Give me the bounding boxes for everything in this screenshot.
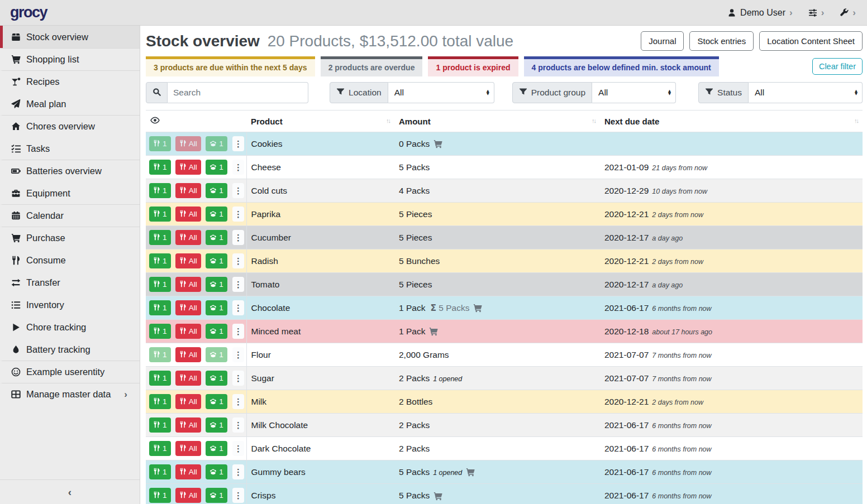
admin-menu[interactable]: ›: [840, 8, 856, 17]
row-menu-button[interactable]: ⋮: [232, 230, 244, 245]
row-menu-button[interactable]: ⋮: [232, 207, 244, 222]
next-due-date-column-header[interactable]: Next due date ↑↓: [600, 111, 863, 132]
row-menu-button[interactable]: ⋮: [232, 277, 244, 292]
table-row-cold-cuts[interactable]: 1 All 1 ⋮ Cold cuts 4 PacksΣ 2020-12-291…: [146, 179, 863, 203]
sidebar-item-chores-overview[interactable]: Chores overview: [0, 115, 140, 137]
search-input[interactable]: [168, 82, 308, 103]
consume-one-button[interactable]: 1: [149, 136, 171, 151]
consume-all-button[interactable]: All: [175, 324, 201, 339]
consume-all-button[interactable]: All: [175, 160, 201, 175]
location-content-sheet-button[interactable]: Location Content Sheet: [759, 31, 863, 51]
filter-select[interactable]: All ▲▼: [388, 82, 494, 103]
consume-all-button[interactable]: All: [175, 136, 201, 151]
consume-one-button[interactable]: 1: [149, 300, 171, 315]
open-one-button[interactable]: 1: [206, 230, 227, 245]
open-one-button[interactable]: 1: [206, 136, 227, 151]
shopping-cart-icon[interactable]: [434, 140, 442, 148]
sidebar-item-consume[interactable]: Consume: [0, 249, 140, 271]
eye-icon[interactable]: [150, 116, 160, 125]
consume-one-button[interactable]: 1: [149, 441, 171, 456]
consume-all-button[interactable]: All: [175, 183, 201, 198]
sidebar-item-purchase[interactable]: Purchase: [0, 227, 140, 249]
status-banner-below-min[interactable]: 4 products are below defined min. stock …: [524, 56, 719, 76]
status-banner-due-soon[interactable]: 3 products are due within the next 5 day…: [146, 56, 315, 76]
sidebar-item-calendar[interactable]: Calendar: [0, 204, 140, 227]
consume-one-button[interactable]: 1: [149, 183, 171, 198]
sidebar-item-recipes[interactable]: Recipes: [0, 70, 140, 93]
row-menu-button[interactable]: ⋮: [232, 300, 244, 315]
table-row-chocolate[interactable]: 1 All 1 ⋮ Chocolate 1 PackΣ 5 Packs 2021…: [146, 296, 863, 320]
table-row-cucumber[interactable]: 1 All 1 ⋮ Cucumber 5 PiecesΣ 2020-12-17a…: [146, 226, 863, 249]
shopping-cart-icon[interactable]: [429, 327, 438, 336]
row-menu-button[interactable]: ⋮: [232, 324, 244, 339]
consume-one-button[interactable]: 1: [149, 417, 171, 433]
open-one-button[interactable]: 1: [206, 183, 227, 198]
row-menu-button[interactable]: ⋮: [232, 417, 244, 433]
consume-one-button[interactable]: 1: [149, 160, 171, 175]
consume-all-button[interactable]: All: [175, 394, 201, 409]
toggle-hidden-products-header[interactable]: [146, 111, 246, 132]
consume-all-button[interactable]: All: [175, 347, 201, 362]
table-row-crisps[interactable]: 1 All 1 ⋮ Crisps 5 PacksΣ 2021-06-176 mo…: [146, 484, 863, 504]
product-column-header[interactable]: Product ↑↓: [246, 111, 394, 132]
sidebar-item-stock-overview[interactable]: Stock overview: [0, 26, 140, 48]
consume-one-button[interactable]: 1: [149, 230, 171, 245]
shopping-cart-icon[interactable]: [473, 304, 482, 313]
user-menu[interactable]: Demo User ›: [727, 8, 793, 18]
shopping-cart-icon[interactable]: [466, 468, 475, 477]
consume-all-button[interactable]: All: [175, 417, 201, 433]
open-one-button[interactable]: 1: [206, 160, 227, 175]
sidebar-item-batteries-overview[interactable]: Batteries overview: [0, 160, 140, 182]
table-row-cookies[interactable]: 1 All 1 ⋮ Cookies 0 PacksΣ: [146, 132, 863, 156]
sidebar-item-transfer[interactable]: Transfer: [0, 271, 140, 294]
open-one-button[interactable]: 1: [206, 277, 227, 292]
status-banner-overdue[interactable]: 2 products are overdue: [321, 56, 423, 76]
table-row-cheese[interactable]: 1 All 1 ⋮ Cheese 5 PacksΣ 2021-01-0921 d…: [146, 156, 863, 179]
open-one-button[interactable]: 1: [206, 300, 227, 315]
sidebar-item-example-userentity[interactable]: Example userentity: [0, 361, 140, 383]
open-one-button[interactable]: 1: [206, 253, 227, 268]
sort-icon[interactable]: ↑↓: [592, 117, 596, 124]
sidebar-item-chore-tracking[interactable]: Chore tracking: [0, 316, 140, 338]
table-row-milk[interactable]: 1 All 1 ⋮ Milk 2 BottlesΣ 2020-12-212 da…: [146, 390, 863, 414]
sidebar-item-equipment[interactable]: Equipment: [0, 182, 140, 204]
sidebar-item-shopping-list[interactable]: Shopping list: [0, 48, 140, 70]
consume-one-button[interactable]: 1: [149, 464, 171, 479]
sidebar-collapse-button[interactable]: ‹: [0, 479, 140, 504]
consume-one-button[interactable]: 1: [149, 347, 171, 362]
row-menu-button[interactable]: ⋮: [232, 347, 244, 362]
table-row-dark-chocolate[interactable]: 1 All 1 ⋮ Dark Chocolate 2 PacksΣ 2021-0…: [146, 437, 863, 460]
sort-icon[interactable]: ↑↓: [386, 117, 390, 124]
row-menu-button[interactable]: ⋮: [232, 464, 244, 479]
consume-one-button[interactable]: 1: [149, 488, 171, 503]
consume-one-button[interactable]: 1: [149, 277, 171, 292]
filter-select[interactable]: All ▲▼: [592, 82, 676, 103]
settings-menu[interactable]: ›: [808, 8, 825, 17]
row-menu-button[interactable]: ⋮: [232, 253, 244, 268]
sort-icon[interactable]: ↑↓: [854, 117, 858, 124]
row-menu-button[interactable]: ⋮: [232, 441, 244, 456]
open-one-button[interactable]: 1: [206, 394, 227, 409]
consume-one-button[interactable]: 1: [149, 371, 171, 386]
amount-column-header[interactable]: Amount ↑↓: [394, 111, 600, 132]
status-banner-expired[interactable]: 1 product is expired: [428, 56, 518, 76]
row-menu-button[interactable]: ⋮: [232, 136, 244, 151]
table-row-gummy-bears[interactable]: 1 All 1 ⋮ Gummy bears 5 Packs1 openedΣ 2…: [146, 460, 863, 484]
open-one-button[interactable]: 1: [206, 464, 227, 479]
filter-select[interactable]: All ▲▼: [749, 82, 863, 103]
consume-all-button[interactable]: All: [175, 230, 201, 245]
row-menu-button[interactable]: ⋮: [232, 488, 244, 503]
app-logo[interactable]: grocy: [10, 4, 47, 21]
open-one-button[interactable]: 1: [206, 417, 227, 433]
open-one-button[interactable]: 1: [206, 207, 227, 222]
table-row-radish[interactable]: 1 All 1 ⋮ Radish 5 BunchesΣ 2020-12-212 …: [146, 249, 863, 273]
open-one-button[interactable]: 1: [206, 488, 227, 503]
consume-one-button[interactable]: 1: [149, 253, 171, 268]
table-row-sugar[interactable]: 1 All 1 ⋮ Sugar 2 Packs1 openedΣ 2021-07…: [146, 367, 863, 390]
row-menu-button[interactable]: ⋮: [232, 371, 244, 386]
sidebar-item-meal-plan[interactable]: Meal plan: [0, 93, 140, 115]
consume-all-button[interactable]: All: [175, 253, 201, 268]
row-menu-button[interactable]: ⋮: [232, 394, 244, 409]
consume-all-button[interactable]: All: [175, 488, 201, 503]
table-row-flour[interactable]: 1 All 1 ⋮ Flour 2,000 GramsΣ 2021-07-077…: [146, 343, 863, 367]
